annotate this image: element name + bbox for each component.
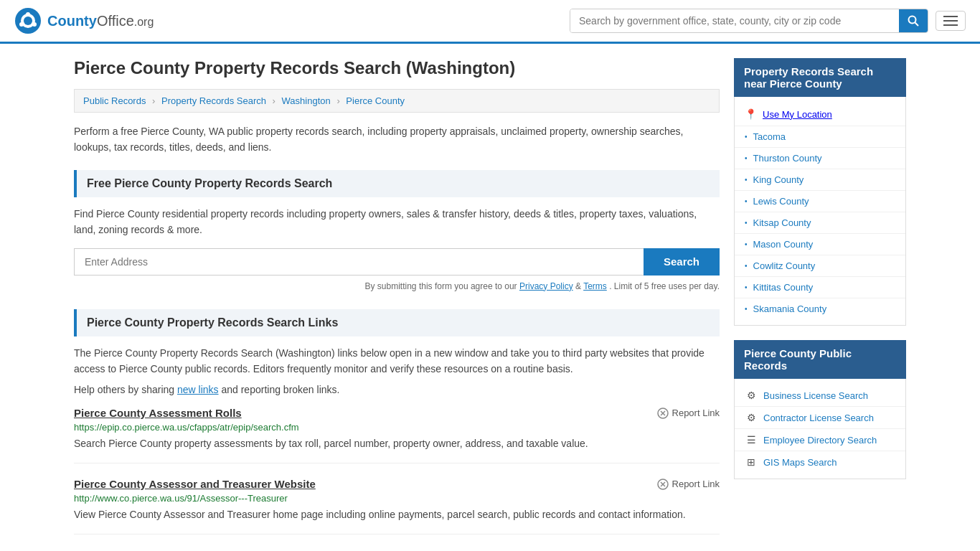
dot-icon-king: • xyxy=(745,176,748,184)
svg-point-2 xyxy=(24,17,32,25)
sidebar-item-employee-directory[interactable]: ☰ Employee Directory Search xyxy=(735,429,905,451)
link-item-1-title[interactable]: Pierce County Assessment Rolls xyxy=(74,407,242,419)
report-link-btn-1[interactable]: Report Link xyxy=(657,408,720,419)
link-item-1-desc: Search Pierce County property assessment… xyxy=(74,436,720,451)
dot-icon-kittitas: • xyxy=(745,283,748,291)
report-icon-1 xyxy=(657,408,669,419)
sidebar-item-business-license[interactable]: ⚙ Business License Search xyxy=(735,385,905,407)
sidebar: Property Records Search near Pierce Coun… xyxy=(734,58,906,549)
sidebar-public-header: Pierce County Public Records xyxy=(734,340,906,379)
sidebar-item-kitsap[interactable]: • Kitsap County xyxy=(735,212,905,234)
links-section: Pierce County Property Records Search Li… xyxy=(74,309,720,535)
sidebar-item-gis-maps[interactable]: ⊞ GIS Maps Search xyxy=(735,451,905,473)
breadcrumb-pierce-county[interactable]: Pierce County xyxy=(346,95,405,106)
search-button[interactable]: Search xyxy=(644,248,720,276)
header-right xyxy=(570,9,966,33)
link-item-1-header: Pierce County Assessment Rolls Report Li… xyxy=(74,407,720,419)
breadcrumb-washington[interactable]: Washington xyxy=(282,95,331,106)
page-description: Perform a free Pierce County, WA public … xyxy=(74,123,720,156)
dot-icon-lewis: • xyxy=(745,197,748,205)
sidebar-item-tacoma[interactable]: • Tacoma xyxy=(735,126,905,148)
logo-text: CountyOffice.org xyxy=(47,13,154,29)
dot-icon-skamania: • xyxy=(745,305,748,313)
header: CountyOffice.org xyxy=(0,0,980,44)
header-search-bar xyxy=(570,9,928,33)
sidebar-public-content: ⚙ Business License Search ⚙ Contractor L… xyxy=(734,379,906,479)
svg-point-6 xyxy=(909,17,916,24)
svg-point-3 xyxy=(26,12,30,17)
dot-icon-thurston: • xyxy=(745,154,748,162)
terms-link[interactable]: Terms xyxy=(583,281,607,291)
link-item-2-title[interactable]: Pierce County Assessor and Treasurer Web… xyxy=(74,478,316,490)
link-item-2: Pierce County Assessor and Treasurer Web… xyxy=(74,478,720,534)
sidebar-nearby-header: Property Records Search near Pierce Coun… xyxy=(734,58,906,97)
svg-line-7 xyxy=(915,23,919,27)
sidebar-nearby-content: 📍 Use My Location • Tacoma • Thurston Co… xyxy=(734,97,906,326)
address-search-form: Search xyxy=(74,248,720,276)
address-input[interactable] xyxy=(74,248,644,276)
free-search-section: Free Pierce County Property Records Sear… xyxy=(74,170,720,291)
link-item-1-url: https://epip.co.pierce.wa.us/cfapps/atr/… xyxy=(74,422,720,433)
sidebar-item-mason[interactable]: • Mason County xyxy=(735,234,905,255)
svg-point-4 xyxy=(32,22,37,27)
main-container: Pierce County Property Records Search (W… xyxy=(60,44,920,551)
sidebar-item-king[interactable]: • King County xyxy=(735,169,905,191)
grid-icon-gis: ⊞ xyxy=(745,456,758,468)
sidebar-item-cowlitz[interactable]: • Cowlitz County xyxy=(735,255,905,277)
hamburger-line-2 xyxy=(943,20,958,22)
gear-icon-business: ⚙ xyxy=(745,390,758,401)
sidebar-nearby-section: Property Records Search near Pierce Coun… xyxy=(734,58,906,326)
gear-icon-contractor: ⚙ xyxy=(745,412,758,423)
dot-icon-cowlitz: • xyxy=(745,262,748,270)
dot-icon-kitsap: • xyxy=(745,219,748,227)
breadcrumb-public-records[interactable]: Public Records xyxy=(83,95,146,106)
link-item-2-url: http://www.co.pierce.wa.us/91/Assessor--… xyxy=(74,493,720,504)
breadcrumb: Public Records › Property Records Search… xyxy=(74,89,720,113)
report-icon-2 xyxy=(657,479,669,490)
help-text: Help others by sharing new links and rep… xyxy=(74,384,720,395)
report-link-btn-2[interactable]: Report Link xyxy=(657,479,720,490)
links-description: The Pierce County Property Records Searc… xyxy=(74,345,720,377)
search-icon xyxy=(908,15,919,27)
sidebar-use-location[interactable]: 📍 Use My Location xyxy=(735,103,905,126)
link-item-1: Pierce County Assessment Rolls Report Li… xyxy=(74,407,720,463)
sidebar-item-contractor-license[interactable]: ⚙ Contractor License Search xyxy=(735,407,905,429)
privacy-policy-link[interactable]: Privacy Policy xyxy=(519,281,573,291)
header-search-input[interactable] xyxy=(570,9,899,32)
content-area: Pierce County Property Records Search (W… xyxy=(74,58,720,549)
new-links-link[interactable]: new links xyxy=(177,384,219,395)
link-item-2-desc: View Pierce County Assessor and Treasure… xyxy=(74,507,720,522)
breadcrumb-property-records[interactable]: Property Records Search xyxy=(161,95,266,106)
sidebar-public-records-section: Pierce County Public Records ⚙ Business … xyxy=(734,340,906,479)
svg-point-5 xyxy=(19,22,24,27)
use-my-location-link[interactable]: Use My Location xyxy=(763,109,832,120)
sidebar-item-kittitas[interactable]: • Kittitas County xyxy=(735,277,905,298)
list-icon-employee: ☰ xyxy=(745,434,758,446)
sidebar-item-thurston[interactable]: • Thurston County xyxy=(735,148,905,169)
logo-area: CountyOffice.org xyxy=(14,7,154,34)
sidebar-item-skamania[interactable]: • Skamania County xyxy=(735,298,905,319)
link-item-2-header: Pierce County Assessor and Treasurer Web… xyxy=(74,478,720,490)
dot-icon-mason: • xyxy=(745,240,748,248)
logo-icon xyxy=(14,7,42,34)
sidebar-item-lewis[interactable]: • Lewis County xyxy=(735,191,905,212)
form-disclaimer: By submitting this form you agree to our… xyxy=(74,281,720,291)
header-search-button[interactable] xyxy=(899,9,928,32)
links-section-header: Pierce County Property Records Search Li… xyxy=(74,309,720,336)
location-pin-icon: 📍 xyxy=(745,108,757,120)
dot-icon-tacoma: • xyxy=(745,133,748,141)
page-title: Pierce County Property Records Search (W… xyxy=(74,58,720,78)
hamburger-line-3 xyxy=(943,24,958,26)
hamburger-line-1 xyxy=(943,16,958,17)
hamburger-menu-button[interactable] xyxy=(936,11,966,31)
free-search-description: Find Pierce County residential property … xyxy=(74,206,720,238)
free-search-header: Free Pierce County Property Records Sear… xyxy=(74,170,720,197)
